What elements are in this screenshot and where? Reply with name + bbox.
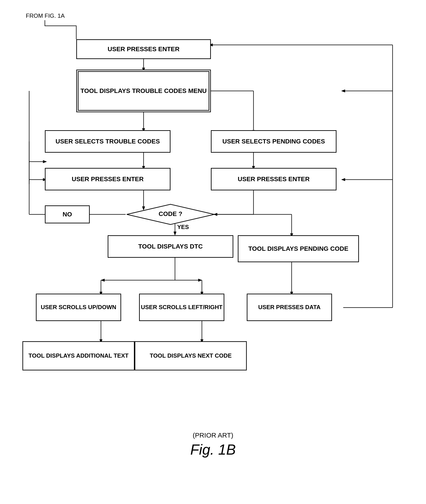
tool-displays-dtc: TOOL DISPLAYS DTC	[108, 235, 233, 258]
user-scrolls-updown: USER SCROLLS UP/DOWN	[36, 294, 121, 321]
prior-art-label: (PRIOR ART)	[0, 431, 426, 439]
code-diamond: CODE ?	[126, 203, 215, 226]
from-fig-label: FROM FIG. 1A	[26, 12, 65, 19]
user-scrolls-leftright: USER SCROLLS LEFT/RIGHT	[139, 294, 224, 321]
caption-area: (PRIOR ART) Fig. 1B	[0, 431, 426, 458]
tool-displays-pending-code: TOOL DISPLAYS PENDING CODE	[238, 235, 359, 262]
svg-marker-45	[43, 160, 47, 163]
user-presses-data: USER PRESSES DATA	[247, 294, 332, 321]
tool-displays-additional-text: TOOL DISPLAYS ADDITIONAL TEXT	[22, 341, 135, 370]
diagram-container: FROM FIG. 1A YES	[0, 0, 426, 471]
tool-displays-next-code: TOOL DISPLAYS NEXT CODE	[135, 341, 247, 370]
svg-marker-17	[174, 232, 176, 235]
user-presses-enter-right: USER PRESSES ENTER	[211, 168, 336, 190]
svg-marker-49	[341, 90, 345, 92]
user-selects-pending-codes: USER SELECTS PENDING CODES	[211, 130, 336, 153]
code-no-box: NO	[45, 205, 90, 223]
svg-marker-23	[101, 279, 105, 282]
user-presses-enter-left: USER PRESSES ENTER	[45, 168, 170, 190]
user-selects-trouble-codes: USER SELECTS TROUBLE CODES	[45, 130, 170, 153]
fig-label: Fig. 1B	[0, 441, 426, 458]
tool-displays-trouble-codes-menu: TOOL DISPLAYS TROUBLE CODES MENU	[76, 70, 211, 112]
user-presses-enter-top: USER PRESSES ENTER	[76, 39, 211, 59]
svg-marker-51	[341, 178, 345, 181]
svg-text:CODE ?: CODE ?	[159, 210, 182, 217]
svg-marker-24	[198, 279, 202, 282]
